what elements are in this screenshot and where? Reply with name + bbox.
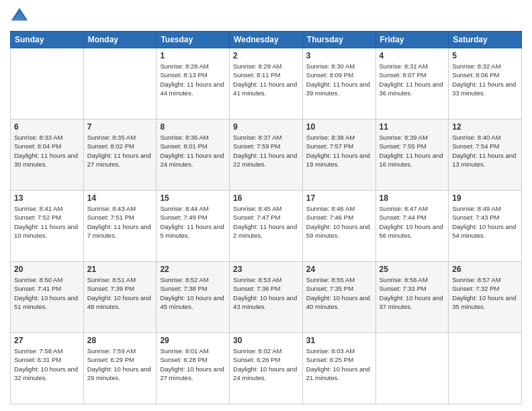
day-of-week-header: Saturday: [449, 32, 522, 48]
day-of-week-header: Friday: [375, 32, 449, 48]
day-number: 12: [452, 122, 518, 132]
day-number: 10: [306, 122, 372, 132]
calendar-cell: 23Sunrise: 8:53 AM Sunset: 7:36 PM Dayli…: [230, 262, 303, 333]
calendar-table: SundayMondayTuesdayWednesdayThursdayFrid…: [10, 31, 522, 404]
day-info: Sunrise: 8:36 AM Sunset: 8:01 PM Dayligh…: [160, 133, 226, 169]
calendar-week-row: 6Sunrise: 8:33 AM Sunset: 8:04 PM Daylig…: [11, 120, 522, 191]
day-info: Sunrise: 8:55 AM Sunset: 7:35 PM Dayligh…: [306, 275, 372, 311]
calendar-cell: 24Sunrise: 8:55 AM Sunset: 7:35 PM Dayli…: [302, 262, 375, 333]
calendar-cell: 14Sunrise: 8:43 AM Sunset: 7:51 PM Dayli…: [83, 191, 157, 262]
calendar-cell: 6Sunrise: 8:33 AM Sunset: 8:04 PM Daylig…: [11, 120, 84, 191]
day-info: Sunrise: 8:44 AM Sunset: 7:49 PM Dayligh…: [160, 204, 226, 240]
day-info: Sunrise: 8:30 AM Sunset: 8:09 PM Dayligh…: [306, 62, 372, 97]
day-info: Sunrise: 8:01 AM Sunset: 6:28 PM Dayligh…: [160, 347, 226, 382]
calendar-cell: 22Sunrise: 8:52 AM Sunset: 7:38 PM Dayli…: [157, 262, 230, 333]
day-number: 24: [306, 265, 372, 274]
day-number: 31: [306, 336, 372, 345]
calendar-cell: 19Sunrise: 8:49 AM Sunset: 7:43 PM Dayli…: [449, 191, 522, 262]
calendar-cell: 25Sunrise: 8:56 AM Sunset: 7:33 PM Dayli…: [375, 262, 449, 333]
day-info: Sunrise: 8:43 AM Sunset: 7:51 PM Dayligh…: [87, 204, 153, 240]
day-number: 28: [87, 336, 153, 345]
day-info: Sunrise: 8:39 AM Sunset: 7:55 PM Dayligh…: [380, 133, 445, 169]
day-info: Sunrise: 8:53 AM Sunset: 7:36 PM Dayligh…: [233, 275, 299, 311]
day-info: Sunrise: 8:52 AM Sunset: 7:38 PM Dayligh…: [160, 275, 226, 311]
day-info: Sunrise: 8:40 AM Sunset: 7:54 PM Dayligh…: [452, 133, 518, 169]
day-info: Sunrise: 8:56 AM Sunset: 7:33 PM Dayligh…: [380, 275, 445, 311]
day-info: Sunrise: 7:59 AM Sunset: 6:29 PM Dayligh…: [87, 347, 153, 382]
day-number: 2: [233, 51, 299, 60]
day-number: 16: [233, 193, 299, 203]
calendar-cell: 30Sunrise: 8:02 AM Sunset: 6:26 PM Dayli…: [230, 333, 303, 404]
day-info: Sunrise: 8:47 AM Sunset: 7:44 PM Dayligh…: [380, 204, 445, 240]
day-of-week-header: Sunday: [11, 32, 84, 48]
day-of-week-header: Wednesday: [230, 32, 303, 48]
day-info: Sunrise: 8:29 AM Sunset: 8:11 PM Dayligh…: [233, 62, 299, 97]
day-of-week-header: Tuesday: [157, 32, 230, 48]
calendar-cell: 18Sunrise: 8:47 AM Sunset: 7:44 PM Dayli…: [375, 191, 449, 262]
day-info: Sunrise: 8:32 AM Sunset: 8:06 PM Dayligh…: [452, 62, 518, 97]
day-info: Sunrise: 8:28 AM Sunset: 8:13 PM Dayligh…: [160, 62, 226, 97]
day-info: Sunrise: 8:41 AM Sunset: 7:52 PM Dayligh…: [14, 204, 80, 240]
calendar-cell: 26Sunrise: 8:57 AM Sunset: 7:32 PM Dayli…: [449, 262, 522, 333]
calendar-cell: 28Sunrise: 7:59 AM Sunset: 6:29 PM Dayli…: [83, 333, 157, 404]
day-number: 13: [14, 193, 80, 203]
day-number: 23: [233, 265, 299, 274]
calendar-cell: 4Sunrise: 8:31 AM Sunset: 8:07 PM Daylig…: [375, 48, 449, 120]
calendar-cell: 13Sunrise: 8:41 AM Sunset: 7:52 PM Dayli…: [11, 191, 84, 262]
day-number: 19: [452, 193, 518, 203]
day-number: 21: [87, 265, 153, 274]
day-info: Sunrise: 8:57 AM Sunset: 7:32 PM Dayligh…: [452, 275, 518, 311]
day-info: Sunrise: 8:03 AM Sunset: 6:25 PM Dayligh…: [306, 347, 372, 382]
day-info: Sunrise: 8:38 AM Sunset: 7:57 PM Dayligh…: [306, 133, 372, 169]
day-number: 18: [380, 193, 445, 203]
day-number: 22: [160, 265, 226, 274]
calendar-week-row: 1Sunrise: 8:28 AM Sunset: 8:13 PM Daylig…: [11, 48, 522, 120]
calendar-cell: 2Sunrise: 8:29 AM Sunset: 8:11 PM Daylig…: [230, 48, 303, 120]
day-number: 5: [452, 51, 518, 60]
day-number: 14: [87, 193, 153, 203]
day-number: 3: [306, 51, 372, 60]
day-number: 11: [380, 122, 445, 132]
day-number: 25: [380, 265, 445, 274]
header: [10, 7, 522, 26]
calendar-cell: 16Sunrise: 8:45 AM Sunset: 7:47 PM Dayli…: [230, 191, 303, 262]
day-of-week-header: Monday: [83, 32, 157, 48]
day-info: Sunrise: 8:37 AM Sunset: 7:59 PM Dayligh…: [233, 133, 299, 169]
logo: [10, 7, 32, 26]
calendar-week-row: 13Sunrise: 8:41 AM Sunset: 7:52 PM Dayli…: [11, 191, 522, 262]
page: SundayMondayTuesdayWednesdayThursdayFrid…: [0, 0, 532, 411]
day-info: Sunrise: 8:49 AM Sunset: 7:43 PM Dayligh…: [452, 204, 518, 240]
calendar-cell: 10Sunrise: 8:38 AM Sunset: 7:57 PM Dayli…: [302, 120, 375, 191]
calendar-cell: 3Sunrise: 8:30 AM Sunset: 8:09 PM Daylig…: [302, 48, 375, 120]
day-info: Sunrise: 8:51 AM Sunset: 7:39 PM Dayligh…: [87, 275, 153, 311]
calendar-cell: 7Sunrise: 8:35 AM Sunset: 8:02 PM Daylig…: [83, 120, 157, 191]
day-number: 17: [306, 193, 372, 203]
day-info: Sunrise: 8:02 AM Sunset: 6:26 PM Dayligh…: [233, 347, 299, 382]
calendar-cell: 8Sunrise: 8:36 AM Sunset: 8:01 PM Daylig…: [157, 120, 230, 191]
calendar-cell: 21Sunrise: 8:51 AM Sunset: 7:39 PM Dayli…: [83, 262, 157, 333]
calendar-cell: 31Sunrise: 8:03 AM Sunset: 6:25 PM Dayli…: [302, 333, 375, 404]
calendar-cell: 20Sunrise: 8:50 AM Sunset: 7:41 PM Dayli…: [11, 262, 84, 333]
day-number: 4: [380, 51, 445, 60]
calendar-cell: [11, 48, 84, 120]
day-number: 15: [160, 193, 226, 203]
calendar-cell: 15Sunrise: 8:44 AM Sunset: 7:49 PM Dayli…: [157, 191, 230, 262]
day-number: 6: [14, 122, 80, 132]
day-of-week-header: Thursday: [302, 32, 375, 48]
calendar-cell: [449, 333, 522, 404]
calendar-cell: 12Sunrise: 8:40 AM Sunset: 7:54 PM Dayli…: [449, 120, 522, 191]
calendar-week-row: 20Sunrise: 8:50 AM Sunset: 7:41 PM Dayli…: [11, 262, 522, 333]
day-info: Sunrise: 8:50 AM Sunset: 7:41 PM Dayligh…: [14, 275, 80, 311]
day-number: 8: [160, 122, 226, 132]
day-number: 1: [160, 51, 226, 60]
day-info: Sunrise: 8:35 AM Sunset: 8:02 PM Dayligh…: [87, 133, 153, 169]
calendar-cell: 11Sunrise: 8:39 AM Sunset: 7:55 PM Dayli…: [375, 120, 449, 191]
calendar-cell: 17Sunrise: 8:46 AM Sunset: 7:46 PM Dayli…: [302, 191, 375, 262]
day-number: 26: [452, 265, 518, 274]
day-number: 20: [14, 265, 80, 274]
logo-icon: [10, 7, 29, 26]
day-number: 29: [160, 336, 226, 345]
calendar-week-row: 27Sunrise: 7:58 AM Sunset: 6:31 PM Dayli…: [11, 333, 522, 404]
day-info: Sunrise: 8:46 AM Sunset: 7:46 PM Dayligh…: [306, 204, 372, 240]
day-info: Sunrise: 8:33 AM Sunset: 8:04 PM Dayligh…: [14, 133, 80, 169]
